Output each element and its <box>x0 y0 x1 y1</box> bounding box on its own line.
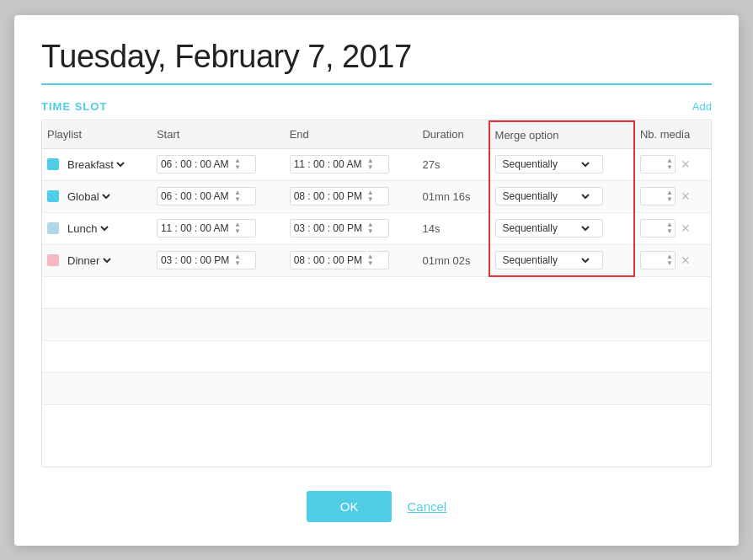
merge-select[interactable]: Sequentially Randomly <box>499 189 592 203</box>
title-divider <box>41 83 712 85</box>
playlist-color-swatch <box>47 222 59 234</box>
merge-select[interactable]: Sequentially Randomly <box>499 253 592 267</box>
delete-row-button[interactable]: ✕ <box>679 221 692 235</box>
nb-spin-down[interactable]: ▼ <box>666 196 673 203</box>
end-input[interactable] <box>294 254 366 266</box>
empty-row <box>42 276 711 308</box>
merge-cell: Sequentially Randomly <box>489 180 634 212</box>
playlist-color-swatch <box>47 158 59 170</box>
end-cell: ▲ ▼ <box>285 244 418 276</box>
playlist-select[interactable]: Global <box>64 189 113 204</box>
nb-spin-down[interactable]: ▼ <box>666 260 673 267</box>
merge-cell: Sequentially Randomly <box>489 212 634 244</box>
table-header-row: Playlist Start End Duration Merge option… <box>42 121 711 149</box>
end-spin-down[interactable]: ▼ <box>367 164 374 171</box>
dialog-title: Tuesday, February 7, 2017 <box>41 39 712 75</box>
footer: OK Cancel <box>41 491 712 522</box>
merge-cell: Sequentially Randomly <box>489 244 634 276</box>
duration-cell: 14s <box>417 212 489 244</box>
start-cell: ▲ ▼ <box>152 148 285 180</box>
delete-row-button[interactable]: ✕ <box>679 189 692 203</box>
playlist-select[interactable]: Dinner <box>64 253 114 268</box>
delete-row-button[interactable]: ✕ <box>679 157 692 171</box>
end-cell: ▲ ▼ <box>285 148 418 180</box>
duration-cell: 01mn 16s <box>417 180 489 212</box>
start-spin-down[interactable]: ▼ <box>234 260 241 267</box>
playlist-cell: Global <box>42 180 152 212</box>
end-cell: ▲ ▼ <box>285 180 418 212</box>
playlist-select[interactable]: Lunch <box>64 221 111 236</box>
ok-button[interactable]: OK <box>307 491 393 522</box>
nb-media-cell: ▲ ▼ ✕ <box>634 148 711 180</box>
empty-row <box>42 340 711 372</box>
schedule-table: Playlist Start End Duration Merge option… <box>42 120 711 405</box>
table-row: Lunch ▲ ▼ ▲ ▼ 14s Sequentially Randomly <box>42 212 711 244</box>
cancel-button[interactable]: Cancel <box>407 499 446 514</box>
merge-select[interactable]: Sequentially Randomly <box>499 157 592 171</box>
col-end: End <box>285 121 418 149</box>
playlist-color-swatch <box>47 254 59 266</box>
duration-cell: 27s <box>417 148 489 180</box>
nb-media-cell: ▲ ▼ ✕ <box>634 244 711 276</box>
playlist-cell: Breakfast <box>42 148 152 180</box>
start-input[interactable] <box>161 158 232 170</box>
empty-row <box>42 308 711 340</box>
start-cell: ▲ ▼ <box>152 180 285 212</box>
end-input[interactable] <box>294 190 366 202</box>
playlist-color-swatch <box>47 190 59 202</box>
section-title: TIME SLOT <box>41 100 107 113</box>
end-input[interactable] <box>294 222 366 234</box>
start-cell: ▲ ▼ <box>152 244 285 276</box>
add-link[interactable]: Add <box>692 100 712 113</box>
col-merge: Merge option <box>489 121 634 149</box>
start-spin-down[interactable]: ▼ <box>234 164 241 171</box>
duration-cell: 01mn 02s <box>417 244 489 276</box>
nb-spin-down[interactable]: ▼ <box>666 228 673 235</box>
playlist-cell: Lunch <box>42 212 152 244</box>
empty-row <box>42 372 711 404</box>
nb-media-input[interactable] <box>644 254 665 266</box>
table-row: Global ▲ ▼ ▲ ▼ 01mn 16s Sequentially Ran… <box>42 180 711 212</box>
start-spin-down[interactable]: ▼ <box>234 228 241 235</box>
end-spin-down[interactable]: ▼ <box>367 228 374 235</box>
end-cell: ▲ ▼ <box>285 212 418 244</box>
end-spin-down[interactable]: ▼ <box>367 260 374 267</box>
end-input[interactable] <box>294 158 366 170</box>
delete-row-button[interactable]: ✕ <box>679 253 692 267</box>
merge-select[interactable]: Sequentially Randomly <box>499 221 592 235</box>
start-input[interactable] <box>161 254 232 266</box>
dialog: Tuesday, February 7, 2017 TIME SLOT Add … <box>14 15 739 546</box>
start-spin-down[interactable]: ▼ <box>234 196 241 203</box>
table-row: Dinner ▲ ▼ ▲ ▼ 01mn 02s Sequentially Ran… <box>42 244 711 276</box>
nb-spin-down[interactable]: ▼ <box>666 164 673 171</box>
start-input[interactable] <box>161 190 232 202</box>
nb-media-input[interactable] <box>644 158 665 170</box>
col-playlist: Playlist <box>42 121 152 149</box>
col-start: Start <box>152 121 285 149</box>
start-cell: ▲ ▼ <box>152 212 285 244</box>
nb-media-cell: ▲ ▼ ✕ <box>634 180 711 212</box>
nb-media-input[interactable] <box>644 190 665 202</box>
end-spin-down[interactable]: ▼ <box>367 196 374 203</box>
col-nb-media: Nb. media <box>634 121 711 149</box>
table-row: Breakfast ▲ ▼ ▲ ▼ 27s Sequentially Rando… <box>42 148 711 180</box>
nb-media-input[interactable] <box>644 222 665 234</box>
playlist-cell: Dinner <box>42 244 152 276</box>
merge-cell: Sequentially Randomly <box>489 148 634 180</box>
playlist-select[interactable]: Breakfast <box>64 157 127 172</box>
col-duration: Duration <box>417 121 489 149</box>
nb-media-cell: ▲ ▼ ✕ <box>634 212 711 244</box>
start-input[interactable] <box>161 222 232 234</box>
section-header: TIME SLOT Add <box>41 100 712 113</box>
table-wrapper: Playlist Start End Duration Merge option… <box>41 120 712 467</box>
